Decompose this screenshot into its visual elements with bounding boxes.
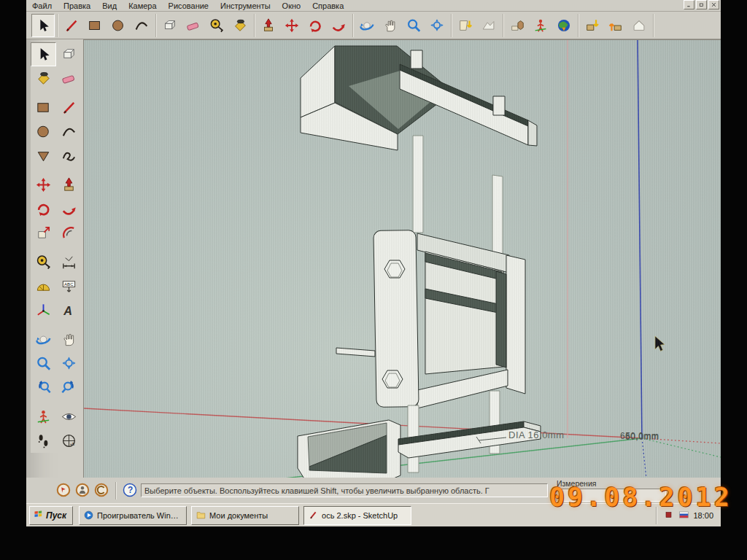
model-attribution-badge[interactable] (74, 482, 93, 499)
zoom-icon (406, 18, 422, 34)
tray-clock[interactable]: 18:00 (693, 511, 713, 520)
model-clamp-block[interactable] (336, 230, 525, 408)
paint-bucket-palette-button[interactable] (31, 66, 56, 90)
look-around-palette-button[interactable] (56, 405, 82, 429)
claim-model-badge[interactable] (93, 482, 112, 499)
position-camera-tool-button[interactable] (529, 14, 552, 37)
rotate-icon (307, 18, 323, 34)
circle-tool-button[interactable] (107, 14, 130, 37)
make-component-tool-button[interactable] (158, 14, 182, 37)
select-tool-button[interactable] (31, 14, 55, 37)
zoom-extents-tool-button[interactable] (425, 14, 449, 37)
model-top-channel[interactable] (301, 46, 537, 150)
pan-palette-button[interactable] (56, 327, 82, 351)
follow-me-icon (330, 18, 347, 34)
menu-инструменты[interactable]: Инструменты (214, 1, 276, 10)
move-icon (284, 18, 300, 34)
zoom-tool-button[interactable] (402, 14, 425, 37)
make-component-palette-button[interactable] (56, 42, 82, 66)
zoom-next-palette-button[interactable] (56, 376, 82, 400)
rotate-palette-button[interactable] (31, 197, 56, 221)
move-palette-button[interactable] (31, 173, 56, 197)
menu-окно[interactable]: Окно (276, 1, 307, 10)
follow-me-palette-button[interactable] (56, 197, 82, 221)
line-tool-button[interactable] (60, 14, 83, 37)
mouse-cursor (655, 336, 665, 351)
polygon-palette-button[interactable] (31, 144, 56, 168)
text-palette-button[interactable]: ABC (56, 274, 82, 298)
orbit-palette-button[interactable] (31, 327, 56, 351)
rectangle-tool-button[interactable] (83, 14, 107, 37)
place-model-tool-button[interactable] (506, 14, 529, 37)
push-pull-tool-button[interactable] (257, 14, 280, 37)
menu-вид[interactable]: Вид (96, 1, 123, 10)
offset-palette-button[interactable] (56, 221, 82, 245)
task-folder[interactable]: Мои документы (191, 506, 299, 525)
share-models-tool-button[interactable] (604, 14, 627, 37)
geo-location-badge[interactable] (55, 482, 74, 499)
rotate-tool-button[interactable] (303, 14, 327, 37)
task-sketchup[interactable]: ось 2.skp - SketchUp (303, 506, 411, 525)
toolbar-group (578, 14, 654, 37)
minimize-button[interactable] (684, 0, 694, 9)
wmp-icon (83, 510, 94, 521)
follow-me-tool-button[interactable] (327, 14, 350, 37)
tape-measure-palette-button[interactable] (31, 250, 56, 274)
start-button[interactable]: Пуск (29, 506, 73, 525)
restore-button[interactable] (696, 0, 707, 9)
task-label: Мои документы (209, 511, 268, 520)
protractor-palette-button[interactable] (31, 274, 56, 298)
menu-камера[interactable]: Камера (123, 1, 162, 10)
freehand-palette-button[interactable] (56, 144, 82, 168)
toggle-terrain-tool-button[interactable] (477, 14, 500, 37)
menu-справка[interactable]: Справка (306, 1, 349, 10)
menu-рисование[interactable]: Рисование (163, 1, 214, 10)
move-tool-button[interactable] (280, 14, 303, 37)
make-component-icon (61, 46, 77, 63)
tape-measure-tool-button[interactable] (205, 14, 228, 37)
task-buttons: Проигрыватель Windo...Мои документыось 2… (79, 506, 416, 525)
position-camera-palette-button[interactable] (31, 405, 56, 429)
google-earth-tool-button[interactable] (552, 14, 576, 37)
zoom-palette-button[interactable] (31, 351, 56, 376)
claim-model-icon (93, 482, 109, 498)
axes-palette-button[interactable] (31, 298, 56, 322)
select-icon (35, 46, 52, 63)
text-icon: ABC (61, 278, 77, 295)
dimension-palette-button[interactable] (56, 250, 82, 274)
3d-text-icon: A (61, 302, 77, 319)
orbit-icon (359, 18, 375, 34)
arc-palette-button[interactable] (56, 120, 82, 144)
close-button[interactable] (708, 0, 719, 9)
zoom-previous-palette-button[interactable] (31, 376, 56, 400)
status-icons (55, 482, 112, 499)
help-slot[interactable]: ? (122, 482, 141, 499)
circle-palette-button[interactable] (31, 120, 56, 144)
look-around-icon (61, 408, 77, 425)
walk-palette-button[interactable] (31, 429, 56, 453)
pan-icon (382, 18, 398, 34)
warehouse-model-tool-button[interactable] (627, 14, 651, 37)
orbit-tool-button[interactable] (355, 14, 379, 37)
select-palette-button[interactable] (31, 42, 56, 66)
task-wmp[interactable]: Проигрыватель Windo... (79, 506, 187, 525)
eraser-palette-button[interactable] (56, 66, 82, 90)
offset-icon (61, 225, 77, 241)
arc-tool-button[interactable] (130, 14, 153, 37)
get-models-tool-button[interactable] (581, 14, 604, 37)
paint-bucket-tool-button[interactable] (228, 14, 252, 37)
line-palette-button[interactable] (56, 96, 82, 120)
drawing-canvas[interactable]: DIA 16,0mm 650,0mm 60,0mm (83, 39, 721, 478)
pan-tool-button[interactable] (379, 14, 402, 37)
menu-правка[interactable]: Правка (58, 1, 96, 10)
palette-row (31, 173, 82, 197)
get-current-view-tool-button[interactable] (454, 14, 477, 37)
rectangle-palette-button[interactable] (31, 96, 56, 120)
scale-palette-button[interactable] (31, 221, 56, 245)
eraser-tool-button[interactable] (182, 14, 205, 37)
push-pull-palette-button[interactable] (56, 173, 82, 197)
zoom-extents-palette-button[interactable] (56, 351, 82, 376)
menu-файл[interactable]: Файл (26, 1, 58, 10)
3d-text-palette-button[interactable]: A (56, 298, 82, 322)
section-plane-palette-button[interactable]: +5 (56, 429, 82, 453)
